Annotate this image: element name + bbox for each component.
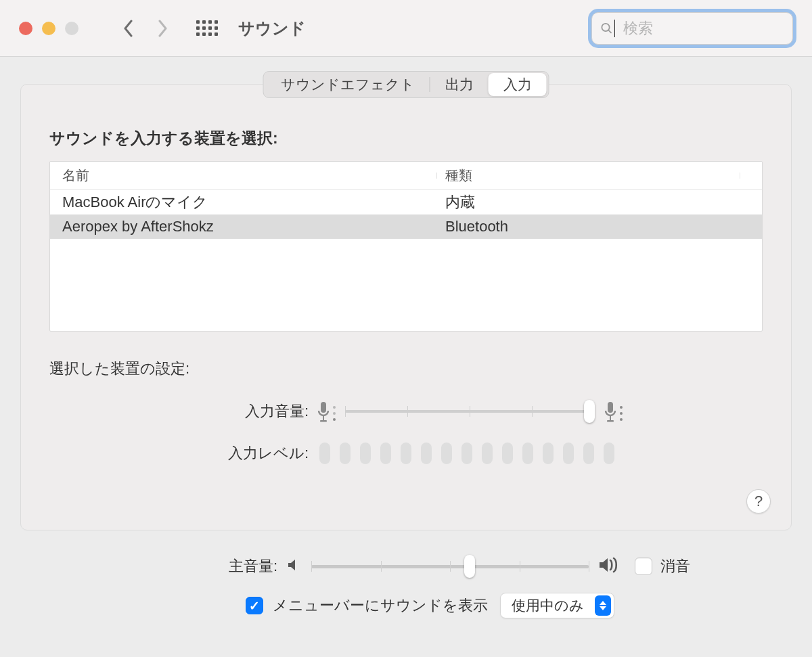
tab-segmented-control: サウンドエフェクト 出力 入力 <box>263 71 549 98</box>
mute-label: 消音 <box>660 556 690 576</box>
input-level-meter <box>319 443 614 464</box>
svg-rect-2 <box>323 415 324 420</box>
zoom-window-button[interactable] <box>65 22 78 35</box>
table-row[interactable]: Aeropex by AfterShokz Bluetooth <box>50 214 762 239</box>
main-volume-thumb[interactable] <box>464 555 475 578</box>
show-sound-in-menubar-checkbox[interactable] <box>246 597 263 614</box>
level-cell <box>340 443 351 464</box>
table-header: 名前 種類 <box>50 162 762 190</box>
level-cell <box>502 443 513 464</box>
tab-output[interactable]: 出力 <box>430 73 489 96</box>
input-volume-thumb[interactable] <box>584 400 595 423</box>
level-cell <box>461 443 472 464</box>
text-cursor <box>614 20 615 37</box>
show-all-prefs-button[interactable] <box>196 20 218 36</box>
help-button[interactable]: ? <box>746 489 771 514</box>
search-field[interactable] <box>591 12 793 45</box>
svg-rect-5 <box>610 415 611 420</box>
input-device-table: 名前 種類 MacBook Airのマイク 内蔵 Aeropex by Afte… <box>49 161 763 332</box>
svg-rect-1 <box>321 402 326 413</box>
main-volume-label: 主音量: <box>20 556 286 576</box>
level-cell <box>380 443 391 464</box>
input-volume-label: 入力音量: <box>49 401 317 422</box>
level-cell <box>360 443 371 464</box>
popup-stepper-icon <box>595 595 611 616</box>
level-cell <box>401 443 411 464</box>
mute-group: 消音 <box>635 556 690 576</box>
tab-input[interactable]: 入力 <box>489 73 547 96</box>
microphone-high-icon <box>604 401 623 422</box>
level-cell <box>604 443 614 464</box>
level-cell <box>583 443 594 464</box>
microphone-low-icon <box>317 401 336 422</box>
svg-rect-4 <box>608 402 613 413</box>
device-name: Aeropex by AfterShokz <box>50 218 437 235</box>
tab-sound-effects[interactable]: サウンドエフェクト <box>266 73 430 96</box>
menubar-sound-popup[interactable]: 使用中のみ <box>500 593 614 618</box>
show-sound-in-menubar-label: メニューバーにサウンドを表示 <box>273 595 488 616</box>
search-input[interactable] <box>623 20 784 37</box>
sound-pane: サウンドエフェクト 出力 入力 サウンドを入力する装置を選択: 名前 種類 Ma… <box>20 84 792 530</box>
select-input-device-header: サウンドを入力する装置を選択: <box>49 128 763 149</box>
device-type: Bluetooth <box>437 218 762 235</box>
menubar-sound-row: メニューバーにサウンドを表示 使用中のみ <box>20 593 792 618</box>
level-cell <box>319 443 330 464</box>
bottom-section: 主音量: 消音 メニューバーにサウンドを表示 使用中のみ <box>20 556 792 618</box>
level-cell <box>563 443 574 464</box>
mute-checkbox[interactable] <box>635 558 652 575</box>
forward-button[interactable] <box>156 19 169 38</box>
selected-device-settings-header: 選択した装置の設定: <box>49 359 763 379</box>
speaker-high-icon <box>598 556 621 576</box>
input-volume-slider[interactable] <box>345 410 594 413</box>
level-cell <box>441 443 452 464</box>
level-cell <box>421 443 432 464</box>
svg-rect-3 <box>320 420 327 422</box>
close-window-button[interactable] <box>19 22 32 35</box>
level-cell <box>543 443 554 464</box>
table-row[interactable]: MacBook Airのマイク 内蔵 <box>50 190 762 214</box>
level-cell <box>522 443 533 464</box>
input-level-row: 入力レベル: <box>49 443 763 464</box>
input-level-label: 入力レベル: <box>49 443 317 463</box>
column-header-name[interactable]: 名前 <box>50 166 437 185</box>
input-volume-row: 入力音量: <box>49 401 763 422</box>
level-cell <box>482 443 493 464</box>
minimize-window-button[interactable] <box>42 22 55 35</box>
device-type: 内蔵 <box>437 192 762 212</box>
nav-arrows <box>122 19 169 38</box>
menubar-sound-popup-value: 使用中のみ <box>512 596 584 615</box>
speaker-low-icon <box>286 557 302 576</box>
back-button[interactable] <box>122 19 135 38</box>
toolbar: サウンド <box>0 0 812 57</box>
svg-rect-6 <box>607 420 614 422</box>
main-volume-row: 主音量: 消音 <box>20 556 792 576</box>
column-header-type[interactable]: 種類 <box>437 166 762 185</box>
window-title: サウンド <box>238 18 306 39</box>
device-name: MacBook Airのマイク <box>50 192 437 212</box>
window-controls <box>19 22 78 35</box>
search-icon <box>600 21 613 36</box>
main-volume-slider[interactable] <box>311 565 589 568</box>
